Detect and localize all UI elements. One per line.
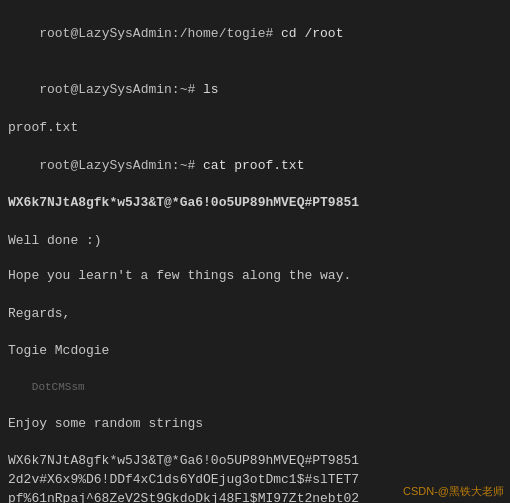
line-4: root@LazySysAdmin:~# cat proof.txt <box>8 138 502 195</box>
cmd-3: cat proof.txt <box>203 158 304 173</box>
regards-line: Regards, <box>8 305 502 324</box>
watermark: CSDN-@黑铁大老师 <box>403 484 504 499</box>
flag-line: WX6k7NJtA8gfk*w5J3&T@*Ga6!0o5UP89hMVEQ#P… <box>8 194 502 213</box>
enjoy-line: Enjoy some random strings <box>8 415 502 434</box>
cmd-1: cd /root <box>281 26 343 41</box>
cmd-2: ls <box>203 82 219 97</box>
line-3: proof.txt <box>8 119 502 138</box>
name-line: Togie Mcdogie <box>8 342 502 361</box>
empty-6 <box>8 434 502 453</box>
empty-4 <box>8 361 502 380</box>
empty-3 <box>8 323 502 342</box>
empty-2 <box>8 286 502 305</box>
random-1: WX6k7NJtA8gfk*w5J3&T@*Ga6!0o5UP89hMVEQ#P… <box>8 452 502 471</box>
empty-1 <box>8 213 502 232</box>
line-2: root@LazySysAdmin:~# ls <box>8 63 502 120</box>
hope-line: Hope you learn't a few things along the … <box>8 267 502 286</box>
prompt-2: root@LazySysAdmin:~# <box>39 82 203 97</box>
line-1: root@LazySysAdmin:/home/togie# cd /root <box>8 6 502 63</box>
well-done-line: Well done :) <box>8 232 502 251</box>
terminal-window: root@LazySysAdmin:/home/togie# cd /root … <box>0 0 510 503</box>
prompt-1: root@LazySysAdmin:/home/togie# <box>39 26 281 41</box>
section-label: DotCMSsm <box>8 380 502 396</box>
empty-5 <box>8 396 502 415</box>
dimmed-line <box>8 251 502 267</box>
prompt-3: root@LazySysAdmin:~# <box>39 158 203 173</box>
